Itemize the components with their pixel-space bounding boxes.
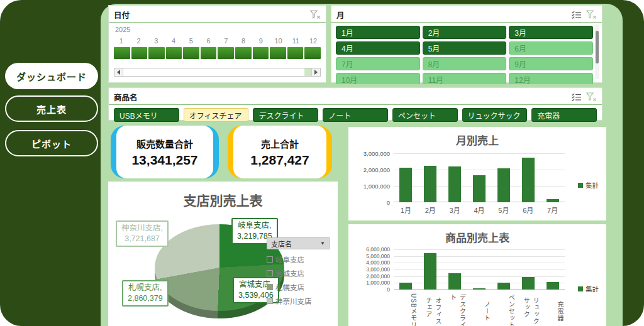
bar[interactable] (547, 282, 559, 290)
timeline-segment[interactable] (131, 47, 148, 59)
month-slicer-title: 月 (336, 9, 567, 21)
kpi-sales-quantity-card: 販売数量合計 13,341,257 (111, 126, 219, 178)
bar[interactable] (473, 288, 486, 290)
timeline-tick: 4 (165, 37, 182, 45)
legend-swatch (267, 284, 273, 290)
product-button[interactable]: リュックサック (462, 108, 528, 122)
month-button[interactable]: 2月 (423, 26, 507, 39)
product-button[interactable]: USBメモリ (114, 108, 179, 122)
pie-legend: 岐阜支店宮城支店札幌支店神奈川支店 (267, 254, 312, 306)
clear-filter-icon[interactable] (586, 10, 597, 19)
bar[interactable] (473, 175, 486, 202)
scroll-left-arrow-icon[interactable] (114, 68, 123, 76)
month-button[interactable]: 12月 (509, 73, 593, 84)
timeline-segment[interactable] (270, 47, 286, 59)
kpi-sales-total-card: 売上合計 1,287,427 (228, 126, 332, 178)
y-tick-label: 2,000,000 (348, 273, 390, 280)
timeline-tick: 6 (200, 37, 218, 45)
bar[interactable] (522, 277, 535, 290)
timeline-selection-bar[interactable] (114, 47, 321, 59)
month-button[interactable]: 1月 (336, 26, 420, 39)
timeline-tick: 2 (130, 37, 148, 45)
pie-legend-item[interactable]: 宮城支店 (267, 268, 312, 278)
pie-legend-item[interactable]: 札幌支店 (267, 282, 312, 292)
timeline-segment[interactable] (253, 47, 269, 59)
timeline-segment[interactable] (304, 47, 321, 59)
bar[interactable] (399, 283, 412, 290)
chart-legend: 集計 (578, 284, 599, 293)
timeline-segment[interactable] (114, 47, 130, 59)
multi-select-icon[interactable] (571, 10, 582, 19)
nav-dashboard-button[interactable]: ダッシュボード (5, 63, 98, 89)
pie-legend-item[interactable]: 岐阜支店 (267, 254, 312, 264)
month-button[interactable]: 5月 (423, 41, 507, 55)
timeline-segment[interactable] (148, 47, 165, 59)
product-button[interactable]: ペンセット (392, 108, 458, 122)
clear-filter-icon[interactable] (310, 10, 321, 19)
month-button-grid: 1月2月3月4月5月6月7月8月9月10月11月12月 (336, 26, 593, 84)
nav-pivot-button[interactable]: ピボット (5, 130, 98, 156)
month-button[interactable]: 9月 (509, 57, 593, 70)
x-axis-labels: USBメモリオフィス チェアデスクライ トノートペンセットリュック サック充電器 (394, 292, 565, 326)
date-slicer-title: 日付 (114, 9, 306, 21)
timeline-scroll-track[interactable] (123, 68, 311, 76)
product-button[interactable]: デスクライト (253, 108, 318, 122)
product-slicer-title: 商品名 (114, 91, 567, 103)
legend-label: 宮城支店 (275, 268, 304, 278)
x-tick-label: リュック サック (516, 292, 540, 326)
scroll-right-arrow-icon[interactable] (311, 68, 320, 76)
multi-select-icon[interactable] (571, 92, 582, 102)
bar[interactable] (448, 166, 461, 202)
y-tick-label: 6,000,000 (348, 246, 390, 253)
month-scroll-thumb[interactable] (596, 31, 599, 63)
product-button[interactable]: オフィスチェア (184, 108, 249, 122)
month-button[interactable]: 10月 (336, 73, 420, 84)
y-tick-label: 1,000,000 (348, 183, 390, 190)
month-button[interactable]: 4月 (336, 41, 420, 55)
x-tick-label: オフィス チェア (418, 292, 443, 326)
date-slicer-header: 日付 (109, 6, 326, 23)
product-button[interactable]: ノート (323, 108, 388, 122)
bar[interactable] (547, 199, 559, 202)
legend-field-dropdown[interactable]: 支店名 ▼ (267, 237, 330, 249)
month-button[interactable]: 6月 (509, 41, 593, 55)
timeline-segment[interactable] (183, 47, 199, 59)
month-button[interactable]: 8月 (423, 57, 507, 70)
kpi-value: 1,287,427 (250, 153, 309, 168)
timeline-segment[interactable] (235, 47, 252, 59)
y-tick-label: 5,000,000 (348, 253, 390, 259)
bar[interactable] (497, 168, 510, 202)
bar[interactable] (424, 166, 436, 203)
bar[interactable] (497, 283, 510, 290)
timeline-segment[interactable] (218, 47, 234, 59)
bar[interactable] (522, 158, 535, 202)
nav-sales-table-button[interactable]: 売上表 (5, 95, 98, 122)
month-button[interactable]: 11月 (423, 73, 507, 84)
legend-swatch (267, 270, 273, 276)
x-tick-label: 6月 (516, 205, 540, 215)
pie-data-label: 札幌支店,2,860,379 (122, 280, 169, 307)
legend-swatch (578, 183, 583, 188)
product-button-row: USBメモリオフィスチェアデスクライトノートペンセットリュックサック充電器 (114, 108, 597, 122)
month-button[interactable]: 7月 (336, 57, 420, 70)
legend-label: 岐阜支店 (275, 254, 304, 264)
bar[interactable] (448, 273, 461, 290)
product-slicer-panel: 商品名 USBメモリオフィスチェアデスクライトノートペンセットリュックサック充電… (108, 87, 602, 121)
product-button[interactable]: 充電器 (531, 108, 597, 122)
dropdown-arrow-icon: ▼ (320, 241, 325, 246)
timeline-scrollbar[interactable] (114, 68, 321, 77)
month-button[interactable]: 3月 (509, 26, 593, 39)
x-tick-label: ペンセット (491, 292, 516, 326)
timeline-segment[interactable] (201, 47, 217, 59)
pie-legend-item[interactable]: 神奈川支店 (267, 296, 312, 306)
x-tick-label: デスクライ ト (443, 292, 467, 326)
timeline-segment[interactable] (166, 47, 182, 59)
bar[interactable] (399, 168, 412, 202)
bar[interactable] (424, 253, 436, 290)
legend-label: 札幌支店 (275, 282, 304, 292)
month-scrollbar[interactable] (595, 24, 599, 79)
clear-filter-icon[interactable] (586, 92, 597, 102)
timeline-tick: 12 (304, 37, 322, 45)
y-tick-label: 1,000,000 (348, 280, 390, 286)
timeline-segment[interactable] (287, 47, 304, 59)
